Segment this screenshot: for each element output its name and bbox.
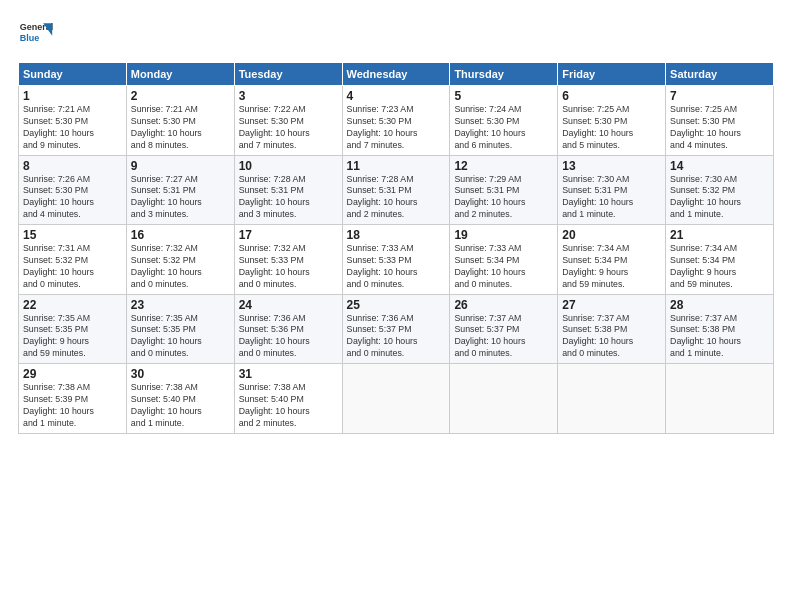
calendar-cell: 14Sunrise: 7:30 AM Sunset: 5:32 PM Dayli… (666, 155, 774, 225)
column-header-sunday: Sunday (19, 63, 127, 86)
day-number: 25 (347, 298, 446, 312)
day-number: 18 (347, 228, 446, 242)
day-info: Sunrise: 7:33 AM Sunset: 5:34 PM Dayligh… (454, 243, 553, 291)
day-number: 28 (670, 298, 769, 312)
calendar-cell: 6Sunrise: 7:25 AM Sunset: 5:30 PM Daylig… (558, 86, 666, 156)
calendar-week-2: 8Sunrise: 7:26 AM Sunset: 5:30 PM Daylig… (19, 155, 774, 225)
day-number: 29 (23, 367, 122, 381)
calendar-cell: 20Sunrise: 7:34 AM Sunset: 5:34 PM Dayli… (558, 225, 666, 295)
calendar-cell: 10Sunrise: 7:28 AM Sunset: 5:31 PM Dayli… (234, 155, 342, 225)
calendar-cell: 13Sunrise: 7:30 AM Sunset: 5:31 PM Dayli… (558, 155, 666, 225)
day-number: 23 (131, 298, 230, 312)
day-number: 17 (239, 228, 338, 242)
day-info: Sunrise: 7:35 AM Sunset: 5:35 PM Dayligh… (131, 313, 230, 361)
calendar-cell: 3Sunrise: 7:22 AM Sunset: 5:30 PM Daylig… (234, 86, 342, 156)
calendar-week-1: 1Sunrise: 7:21 AM Sunset: 5:30 PM Daylig… (19, 86, 774, 156)
column-header-monday: Monday (126, 63, 234, 86)
day-number: 31 (239, 367, 338, 381)
column-header-tuesday: Tuesday (234, 63, 342, 86)
day-info: Sunrise: 7:32 AM Sunset: 5:33 PM Dayligh… (239, 243, 338, 291)
day-number: 15 (23, 228, 122, 242)
day-info: Sunrise: 7:26 AM Sunset: 5:30 PM Dayligh… (23, 174, 122, 222)
logo: General Blue (18, 16, 54, 52)
day-number: 24 (239, 298, 338, 312)
day-info: Sunrise: 7:25 AM Sunset: 5:30 PM Dayligh… (562, 104, 661, 152)
day-info: Sunrise: 7:27 AM Sunset: 5:31 PM Dayligh… (131, 174, 230, 222)
day-info: Sunrise: 7:34 AM Sunset: 5:34 PM Dayligh… (670, 243, 769, 291)
calendar-cell: 29Sunrise: 7:38 AM Sunset: 5:39 PM Dayli… (19, 364, 127, 434)
calendar-cell: 15Sunrise: 7:31 AM Sunset: 5:32 PM Dayli… (19, 225, 127, 295)
day-number: 3 (239, 89, 338, 103)
day-info: Sunrise: 7:35 AM Sunset: 5:35 PM Dayligh… (23, 313, 122, 361)
calendar-cell (666, 364, 774, 434)
calendar-cell: 17Sunrise: 7:32 AM Sunset: 5:33 PM Dayli… (234, 225, 342, 295)
day-info: Sunrise: 7:21 AM Sunset: 5:30 PM Dayligh… (131, 104, 230, 152)
day-info: Sunrise: 7:25 AM Sunset: 5:30 PM Dayligh… (670, 104, 769, 152)
day-info: Sunrise: 7:36 AM Sunset: 5:36 PM Dayligh… (239, 313, 338, 361)
day-number: 22 (23, 298, 122, 312)
day-info: Sunrise: 7:23 AM Sunset: 5:30 PM Dayligh… (347, 104, 446, 152)
day-info: Sunrise: 7:32 AM Sunset: 5:32 PM Dayligh… (131, 243, 230, 291)
column-header-wednesday: Wednesday (342, 63, 450, 86)
calendar-header-row: SundayMondayTuesdayWednesdayThursdayFrid… (19, 63, 774, 86)
day-info: Sunrise: 7:29 AM Sunset: 5:31 PM Dayligh… (454, 174, 553, 222)
calendar-week-5: 29Sunrise: 7:38 AM Sunset: 5:39 PM Dayli… (19, 364, 774, 434)
day-info: Sunrise: 7:24 AM Sunset: 5:30 PM Dayligh… (454, 104, 553, 152)
page: General Blue SundayMondayTuesdayWednesda… (0, 0, 792, 444)
day-number: 20 (562, 228, 661, 242)
calendar-cell: 1Sunrise: 7:21 AM Sunset: 5:30 PM Daylig… (19, 86, 127, 156)
day-number: 10 (239, 159, 338, 173)
calendar-week-4: 22Sunrise: 7:35 AM Sunset: 5:35 PM Dayli… (19, 294, 774, 364)
calendar-cell: 24Sunrise: 7:36 AM Sunset: 5:36 PM Dayli… (234, 294, 342, 364)
day-info: Sunrise: 7:33 AM Sunset: 5:33 PM Dayligh… (347, 243, 446, 291)
day-info: Sunrise: 7:31 AM Sunset: 5:32 PM Dayligh… (23, 243, 122, 291)
calendar-body: 1Sunrise: 7:21 AM Sunset: 5:30 PM Daylig… (19, 86, 774, 434)
day-info: Sunrise: 7:37 AM Sunset: 5:38 PM Dayligh… (562, 313, 661, 361)
calendar-cell: 21Sunrise: 7:34 AM Sunset: 5:34 PM Dayli… (666, 225, 774, 295)
day-info: Sunrise: 7:38 AM Sunset: 5:40 PM Dayligh… (239, 382, 338, 430)
calendar-cell: 4Sunrise: 7:23 AM Sunset: 5:30 PM Daylig… (342, 86, 450, 156)
logo-icon: General Blue (18, 16, 54, 52)
day-info: Sunrise: 7:30 AM Sunset: 5:32 PM Dayligh… (670, 174, 769, 222)
column-header-thursday: Thursday (450, 63, 558, 86)
day-number: 21 (670, 228, 769, 242)
day-number: 13 (562, 159, 661, 173)
day-info: Sunrise: 7:28 AM Sunset: 5:31 PM Dayligh… (239, 174, 338, 222)
calendar-cell: 9Sunrise: 7:27 AM Sunset: 5:31 PM Daylig… (126, 155, 234, 225)
calendar: SundayMondayTuesdayWednesdayThursdayFrid… (18, 62, 774, 434)
day-number: 26 (454, 298, 553, 312)
calendar-cell: 23Sunrise: 7:35 AM Sunset: 5:35 PM Dayli… (126, 294, 234, 364)
calendar-cell: 27Sunrise: 7:37 AM Sunset: 5:38 PM Dayli… (558, 294, 666, 364)
calendar-cell: 12Sunrise: 7:29 AM Sunset: 5:31 PM Dayli… (450, 155, 558, 225)
calendar-cell: 2Sunrise: 7:21 AM Sunset: 5:30 PM Daylig… (126, 86, 234, 156)
calendar-cell: 5Sunrise: 7:24 AM Sunset: 5:30 PM Daylig… (450, 86, 558, 156)
day-info: Sunrise: 7:34 AM Sunset: 5:34 PM Dayligh… (562, 243, 661, 291)
calendar-week-3: 15Sunrise: 7:31 AM Sunset: 5:32 PM Dayli… (19, 225, 774, 295)
calendar-cell: 8Sunrise: 7:26 AM Sunset: 5:30 PM Daylig… (19, 155, 127, 225)
calendar-cell: 25Sunrise: 7:36 AM Sunset: 5:37 PM Dayli… (342, 294, 450, 364)
header: General Blue (18, 16, 774, 52)
day-info: Sunrise: 7:37 AM Sunset: 5:38 PM Dayligh… (670, 313, 769, 361)
calendar-cell: 22Sunrise: 7:35 AM Sunset: 5:35 PM Dayli… (19, 294, 127, 364)
svg-text:Blue: Blue (20, 33, 40, 43)
day-number: 19 (454, 228, 553, 242)
calendar-cell: 28Sunrise: 7:37 AM Sunset: 5:38 PM Dayli… (666, 294, 774, 364)
day-number: 4 (347, 89, 446, 103)
day-number: 27 (562, 298, 661, 312)
day-number: 6 (562, 89, 661, 103)
calendar-cell: 31Sunrise: 7:38 AM Sunset: 5:40 PM Dayli… (234, 364, 342, 434)
column-header-friday: Friday (558, 63, 666, 86)
day-number: 1 (23, 89, 122, 103)
day-number: 9 (131, 159, 230, 173)
day-number: 5 (454, 89, 553, 103)
day-number: 8 (23, 159, 122, 173)
day-number: 16 (131, 228, 230, 242)
calendar-cell: 7Sunrise: 7:25 AM Sunset: 5:30 PM Daylig… (666, 86, 774, 156)
day-number: 12 (454, 159, 553, 173)
day-info: Sunrise: 7:28 AM Sunset: 5:31 PM Dayligh… (347, 174, 446, 222)
day-info: Sunrise: 7:36 AM Sunset: 5:37 PM Dayligh… (347, 313, 446, 361)
column-header-saturday: Saturday (666, 63, 774, 86)
calendar-cell: 19Sunrise: 7:33 AM Sunset: 5:34 PM Dayli… (450, 225, 558, 295)
day-number: 14 (670, 159, 769, 173)
calendar-cell: 11Sunrise: 7:28 AM Sunset: 5:31 PM Dayli… (342, 155, 450, 225)
